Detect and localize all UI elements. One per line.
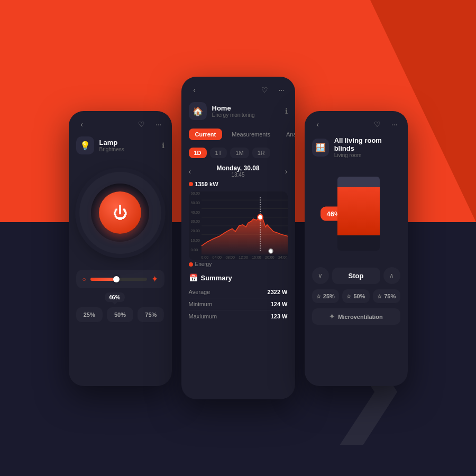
energy-back-button[interactable]: ‹ (189, 84, 200, 96)
chart-cursor-dot (258, 214, 263, 220)
lamp-more-button[interactable]: ··· (153, 118, 164, 130)
date-center: Monday, 30.08 13:45 (216, 164, 259, 178)
summary-val-average: 2322 W (268, 289, 288, 295)
blinds-quick-25[interactable]: ☆ 25% (312, 289, 340, 303)
chart-y-labels: 60.00 50.00 40.00 30.00 20.00 10.00 0.00 (191, 191, 200, 252)
star-icon-75: ☆ (377, 294, 382, 299)
blinds-heart-button[interactable]: ♡ (372, 118, 383, 130)
phone-energy: ‹ ♡ ··· 🏠 Home Energy monitoring ℹ Curre… (181, 77, 295, 399)
energy-legend: Energy (181, 260, 295, 270)
date-next-button[interactable]: › (285, 167, 288, 176)
blinds-device-title-group: All living room blinds Living room (334, 136, 400, 158)
blind-dark-area (337, 235, 380, 251)
kw-dot (189, 182, 193, 186)
energy-device-subtitle: Energy monitoring (212, 112, 255, 118)
date-prev-button[interactable]: ‹ (189, 167, 191, 176)
lamp-quick-50[interactable]: 50% (107, 307, 133, 322)
brightness-max-icon: ✦ (151, 274, 158, 284)
star-icon-25: ☆ (316, 294, 321, 299)
phone-lamp: ‹ ♡ ··· 💡 Lamp Brightness ℹ ⏻ ○ (69, 111, 172, 386)
lamp-heart-button[interactable]: ♡ (136, 118, 148, 130)
blinds-device-info: 🪟 All living room blinds Living room (305, 134, 408, 163)
summary-val-maximum: 123 W (271, 313, 288, 319)
energy-period-bar: 1D 1T 1M 1R (181, 145, 295, 162)
date-label: Monday, 30.08 (216, 164, 259, 172)
blinds-quick-25-label: 25% (323, 293, 335, 299)
chevron-up-button[interactable]: ∧ (383, 267, 400, 284)
microventilation-label: Microventilation (338, 314, 382, 320)
blinds-header: ‹ ♡ ··· (305, 111, 408, 134)
summary-table: Average 2322 W Minimum 124 W Maxiumum 12… (181, 284, 295, 324)
tab-measurements[interactable]: Measurements (225, 129, 277, 140)
lamp-device-title: Lamp (99, 139, 124, 147)
lamp-pct-tooltip: 46% (105, 292, 125, 302)
blinds-device-icon: 🪟 (312, 139, 329, 157)
blinds-more-button[interactable]: ··· (389, 118, 400, 130)
blinds-back-button[interactable]: ‹ (312, 118, 324, 130)
energy-info-icon[interactable]: ℹ (285, 107, 288, 115)
lamp-power-button[interactable]: ⏻ (99, 191, 141, 234)
lamp-device-icon: 💡 (76, 136, 94, 154)
summary-val-minimum: 124 W (271, 301, 288, 307)
fan-icon: ✦ (329, 313, 335, 321)
lamp-device-title-group: Lamp Brightness (99, 139, 124, 152)
energy-header: ‹ ♡ ··· (181, 77, 295, 100)
energy-chart-svg (189, 191, 288, 260)
period-1r[interactable]: 1R (252, 148, 270, 158)
lamp-device-info: 💡 Lamp Brightness ℹ (69, 134, 172, 160)
microventilation-button[interactable]: ✦ Microventilation (312, 308, 400, 325)
lamp-quick-75[interactable]: 75% (138, 307, 164, 322)
summary-row-minimum: Minimum 124 W (189, 298, 288, 310)
blinds-header-icons: ♡ ··· (372, 118, 400, 130)
blinds-quick-50[interactable]: ☆ 50% (342, 289, 370, 303)
tab-analysis[interactable]: Analysis (280, 129, 295, 140)
blind-slats (337, 187, 380, 235)
energy-device-info: 🏠 Home Energy monitoring ℹ (181, 100, 295, 125)
energy-more-button[interactable]: ··· (276, 84, 288, 96)
lamp-circle-area: ⏻ (69, 160, 172, 266)
blinds-quick-75-label: 75% (384, 293, 396, 299)
chart-bottom-dot (269, 249, 273, 253)
chevron-down-button[interactable]: ∨ (312, 267, 329, 284)
summary-label-average: Average (189, 289, 210, 295)
brightness-slider-track[interactable] (90, 278, 147, 281)
tab-current[interactable]: Current (189, 129, 223, 140)
blind-frame-wrapper (332, 177, 380, 251)
lamp-brightness-area: ○ ✦ (69, 266, 172, 291)
blind-frame (337, 177, 380, 251)
kw-badge: 1359 kW (181, 179, 295, 189)
blind-top-bar (337, 177, 380, 187)
stop-row: ∨ Stop ∧ (305, 264, 408, 288)
lamp-header-icons: ♡ ··· (136, 118, 164, 130)
lamp-quick-25[interactable]: 25% (76, 307, 103, 322)
brightness-slider-thumb[interactable] (113, 276, 120, 282)
energy-heart-button[interactable]: ♡ (259, 84, 271, 96)
period-1m[interactable]: 1M (230, 148, 249, 158)
blinds-quick-75[interactable]: ☆ 75% (373, 289, 400, 303)
blinds-quick-buttons: ☆ 25% ☆ 50% ☆ 75% (305, 288, 408, 307)
energy-tab-bar: Current Measurements Analysis (181, 125, 295, 145)
chart-area-fill (202, 217, 288, 254)
chart-x-labels: 0:00 04:00 08:00 12:00 16:00 20:00 24:00 (202, 255, 288, 259)
blinds-quick-50-label: 50% (353, 293, 365, 299)
summary-row-average: Average 2322 W (189, 286, 288, 298)
blinds-device-subtitle: Living room (334, 152, 400, 158)
period-1t[interactable]: 1T (210, 148, 227, 158)
energy-device-icon: 🏠 (189, 102, 207, 120)
lamp-back-button[interactable]: ‹ (76, 118, 88, 130)
lamp-slider-row: ○ ✦ (76, 270, 164, 288)
summary-title: Summary (201, 274, 232, 282)
summary-calendar-icon: 📅 (189, 273, 198, 282)
energy-legend-dot (189, 262, 193, 267)
energy-header-icons: ♡ ··· (259, 84, 288, 96)
kw-value: 1359 kW (195, 181, 218, 187)
summary-header: 📅 Summary (181, 270, 295, 284)
stop-button[interactable]: Stop (332, 268, 380, 284)
period-1d[interactable]: 1D (189, 148, 207, 158)
time-label: 13:45 (216, 172, 259, 178)
brightness-slider-fill (90, 278, 116, 281)
lamp-info-icon[interactable]: ℹ (162, 141, 164, 150)
phones-container: ‹ ♡ ··· 💡 Lamp Brightness ℹ ⏻ ○ (0, 0, 476, 476)
energy-device-title-group: Home Energy monitoring (212, 104, 255, 118)
lamp-outer-ring: ⏻ (79, 172, 161, 254)
